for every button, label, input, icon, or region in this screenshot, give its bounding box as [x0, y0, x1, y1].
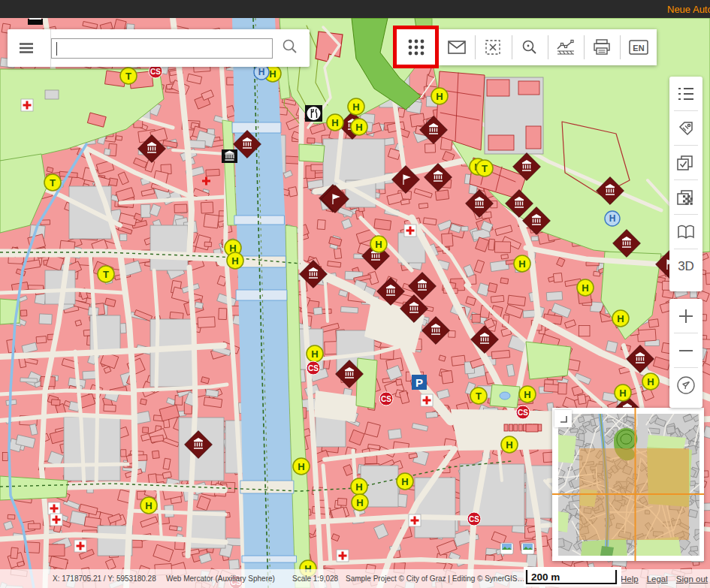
- svg-text:200 m: 200 m: [531, 571, 560, 583]
- svg-text:H: H: [355, 481, 362, 493]
- svg-text:H: H: [647, 376, 654, 387]
- svg-text:T: T: [103, 269, 109, 280]
- svg-text:T: T: [50, 177, 56, 188]
- svg-text:H: H: [269, 68, 276, 80]
- svg-text:H: H: [355, 122, 362, 133]
- svg-text:H: H: [436, 91, 443, 102]
- svg-text:H: H: [518, 258, 525, 270]
- svg-text:H: H: [582, 282, 588, 294]
- svg-text:EN: EN: [633, 44, 644, 53]
- svg-text:H: H: [375, 239, 382, 250]
- svg-text:P: P: [415, 376, 423, 389]
- svg-text:H: H: [356, 497, 363, 508]
- svg-text:T: T: [125, 71, 131, 82]
- svg-text:H: H: [617, 313, 624, 324]
- svg-text:CS: CS: [518, 409, 528, 417]
- svg-text:H: H: [524, 389, 530, 400]
- svg-text:CS: CS: [308, 364, 319, 372]
- svg-text:T: T: [476, 390, 482, 402]
- svg-text:H: H: [352, 101, 359, 113]
- svg-text:CS: CS: [469, 515, 479, 523]
- svg-text:H: H: [231, 255, 238, 267]
- svg-text:CS: CS: [381, 395, 391, 403]
- svg-text:H: H: [258, 67, 265, 77]
- svg-text:T: T: [482, 163, 488, 174]
- svg-text:CS: CS: [150, 68, 161, 76]
- svg-text:H: H: [298, 461, 304, 472]
- svg-text:H: H: [619, 387, 626, 399]
- svg-text:H: H: [401, 476, 408, 487]
- svg-text:H: H: [331, 117, 338, 128]
- svg-text:H: H: [145, 500, 152, 511]
- svg-text:H: H: [609, 213, 616, 224]
- svg-text:H: H: [311, 348, 318, 360]
- svg-text:H: H: [506, 439, 512, 451]
